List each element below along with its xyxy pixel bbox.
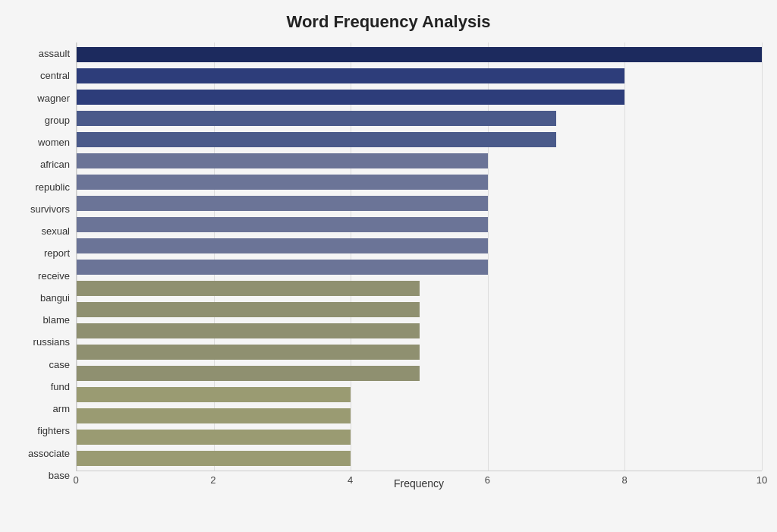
bar-arm <box>77 387 351 402</box>
grid-line-10 <box>762 42 763 471</box>
y-label-fund: fund <box>51 376 70 397</box>
chart-container: Word Frequency Analysis assaultcentralwa… <box>0 0 777 532</box>
bar-row <box>77 129 762 150</box>
bar-receive <box>77 260 488 275</box>
bar-row <box>77 150 762 172</box>
x-tick-10: 10 <box>757 474 767 486</box>
bar-row <box>77 65 762 87</box>
bar-group <box>77 111 556 126</box>
bars-inner <box>77 42 762 471</box>
x-tick-8: 8 <box>622 474 628 486</box>
y-axis: assaultcentralwagnergroupwomenafricanrep… <box>15 42 76 486</box>
bar-row <box>77 44 762 65</box>
bars-area <box>76 42 762 471</box>
bar-report <box>77 238 488 253</box>
bar-row <box>77 427 762 448</box>
y-label-assault: assault <box>39 43 70 65</box>
bar-row <box>77 405 762 427</box>
bar-row <box>77 363 762 384</box>
bar-row <box>77 448 762 469</box>
y-label-case: case <box>49 354 70 375</box>
bar-assault <box>77 47 762 62</box>
y-label-sexual: sexual <box>41 221 70 242</box>
y-label-fighters: fighters <box>37 420 70 442</box>
y-label-republic: republic <box>35 176 70 197</box>
bar-wagner <box>77 90 624 105</box>
bar-row <box>77 108 762 129</box>
x-tick-4: 4 <box>348 474 353 486</box>
y-label-central: central <box>40 65 70 87</box>
bar-bangui <box>77 281 420 296</box>
bar-case <box>77 345 420 360</box>
y-label-receive: receive <box>38 265 70 286</box>
bar-sexual <box>77 217 488 232</box>
bar-row <box>77 299 762 320</box>
y-label-base: base <box>49 464 70 486</box>
bar-african <box>77 153 488 168</box>
y-label-survivors: survivors <box>30 198 70 219</box>
y-label-wagner: wagner <box>37 87 70 109</box>
bar-fighters <box>77 408 351 423</box>
y-label-russians: russians <box>33 332 70 353</box>
chart-title: Word Frequency Analysis <box>287 12 491 32</box>
bar-base <box>77 451 351 466</box>
y-label-report: report <box>44 243 70 264</box>
bar-row <box>77 214 762 235</box>
x-tick-6: 6 <box>485 474 490 486</box>
bar-survivors <box>77 196 488 211</box>
bar-republic <box>77 175 488 190</box>
y-label-arm: arm <box>53 398 70 420</box>
bar-row <box>77 87 762 108</box>
bar-central <box>77 68 624 83</box>
y-label-group: group <box>45 109 70 131</box>
bar-associate <box>77 430 351 445</box>
bar-russians <box>77 323 420 338</box>
y-label-women: women <box>38 132 70 153</box>
bar-row <box>77 172 762 193</box>
y-label-associate: associate <box>28 442 70 464</box>
y-label-bangui: bangui <box>40 287 70 308</box>
x-tick-0: 0 <box>73 474 78 486</box>
bar-row <box>77 257 762 278</box>
x-axis-label: Frequency <box>76 477 762 490</box>
y-label-african: african <box>40 154 70 175</box>
y-label-blame: blame <box>43 310 70 331</box>
bar-row <box>77 278 762 299</box>
bar-row <box>77 384 762 405</box>
x-tick-2: 2 <box>210 474 215 486</box>
bar-row <box>77 235 762 257</box>
bar-blame <box>77 302 420 317</box>
bar-fund <box>77 366 420 381</box>
bar-row <box>77 342 762 363</box>
bar-row <box>77 193 762 214</box>
bar-women <box>77 132 556 147</box>
bar-row <box>77 320 762 342</box>
